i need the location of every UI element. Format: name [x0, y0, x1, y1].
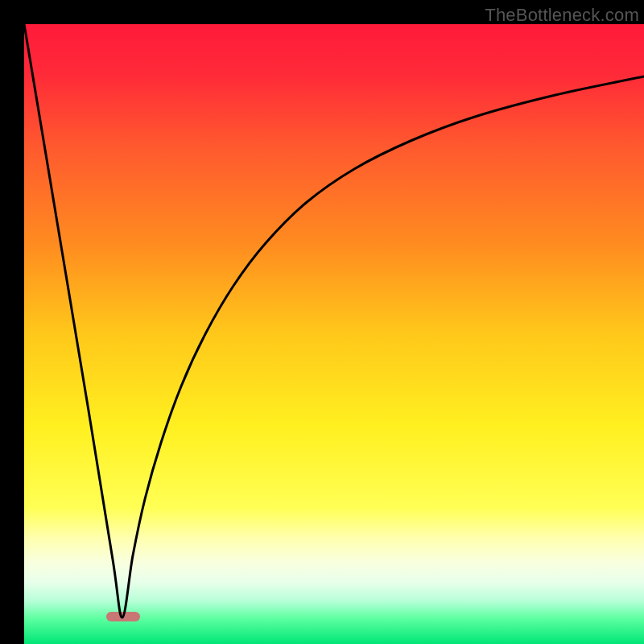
bottleneck-curve [24, 24, 644, 617]
watermark-text: TheBottleneck.com [485, 5, 639, 26]
plot-area [24, 24, 644, 644]
curve-layer [24, 24, 644, 644]
chart-frame: TheBottleneck.com [0, 0, 644, 644]
